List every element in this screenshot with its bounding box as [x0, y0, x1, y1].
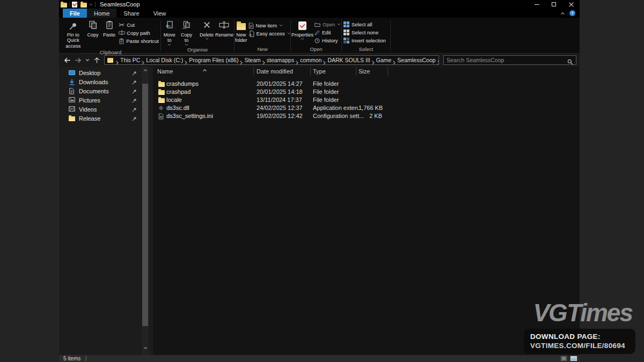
open-button[interactable]: Open [313, 21, 342, 28]
rename-button[interactable]: Rename [215, 19, 233, 38]
breadcrumb-seamlesscoop[interactable]: SeamlessCoop [396, 57, 436, 63]
copy-to-button[interactable]: Copy to [179, 19, 195, 46]
sidebar-item-downloads[interactable]: Downloads [59, 77, 153, 86]
pin-icon[interactable] [132, 98, 137, 102]
pin-icon[interactable] [132, 70, 137, 75]
ribbon-group-organise: Move to Copy to Delete Rename [162, 18, 233, 53]
button-label: New item [256, 23, 277, 28]
copy-icon [89, 20, 98, 31]
file-date: 20/01/2025 14:27 [257, 80, 303, 87]
help-icon[interactable]: ? [569, 10, 575, 16]
properties-button[interactable]: Properties [291, 19, 313, 40]
history-button[interactable]: History [313, 37, 342, 44]
new-folder-button[interactable]: New folder [235, 19, 247, 43]
copy-button[interactable]: Copy [85, 19, 101, 38]
sidebar-item-documents[interactable]: Documents [59, 86, 153, 95]
cut-button[interactable]: ✂ Cut [118, 21, 160, 28]
divider [160, 20, 161, 51]
divider [95, 2, 96, 7]
breadcrumb-program-files-x86[interactable]: Program Files (x86) [188, 57, 239, 63]
maximize-button[interactable] [545, 0, 562, 9]
pin-icon[interactable] [132, 88, 137, 93]
select-none-button[interactable]: Select none [342, 29, 387, 36]
button-label: History [322, 38, 338, 43]
button-label: Rename [215, 32, 233, 38]
back-button[interactable] [62, 55, 72, 65]
paste-button[interactable]: Paste [101, 19, 118, 38]
tab-file[interactable]: File [63, 9, 87, 18]
move-to-button[interactable]: Move to [162, 19, 178, 46]
paste-shortcut-button[interactable]: Paste shortcut [118, 38, 160, 45]
select-all-button[interactable]: Select all [342, 21, 387, 28]
chevron-down-icon [205, 38, 209, 40]
qat-new-folder-icon[interactable] [80, 3, 87, 8]
breadcrumb-separator-icon [295, 58, 299, 62]
search-box[interactable] [443, 55, 576, 65]
easy-access-button[interactable]: Easy access [247, 30, 292, 37]
up-button[interactable] [92, 55, 101, 65]
recent-locations-chevron-icon[interactable] [84, 55, 91, 65]
items-count: 5 items [63, 356, 80, 361]
column-divider[interactable] [310, 67, 311, 76]
thumbnail-view-button[interactable] [569, 356, 578, 362]
column-divider[interactable] [356, 67, 356, 76]
search-input[interactable] [447, 57, 567, 63]
group-label-open: Open [291, 46, 341, 53]
breadcrumb-game[interactable]: Game [375, 57, 393, 63]
chevron-down-icon [279, 24, 283, 27]
pin-icon[interactable] [132, 107, 137, 112]
pin-icon[interactable] [132, 116, 137, 121]
pin-icon[interactable] [132, 79, 137, 84]
breadcrumb-separator-icon [239, 58, 243, 62]
minimize-button[interactable] [528, 0, 545, 9]
address-bar[interactable]: This PC Local Disk (C:) Program Files (x… [104, 55, 439, 65]
minimize-ribbon-chevron-icon[interactable] [560, 12, 565, 15]
pin-to-quick-access-button[interactable]: Pin to Quick access [61, 19, 85, 49]
breadcrumb-steamapps[interactable]: steamapps [266, 57, 295, 63]
invert-selection-button[interactable]: Invert selection [342, 37, 387, 44]
file-row-locale[interactable]: locale 13/11/2024 17:37 File folder [153, 96, 580, 104]
sidebar-scrollbar-thumb[interactable] [142, 84, 148, 326]
tab-home[interactable]: Home [87, 9, 116, 18]
breadcrumb-dark-souls-iii[interactable]: DARK SOULS III [326, 57, 371, 63]
scrollbar-down-arrow-icon[interactable] [142, 344, 149, 352]
column-header-type[interactable]: Type [313, 68, 326, 75]
column-divider[interactable] [387, 67, 388, 76]
breadcrumb-steam[interactable]: Steam [243, 57, 261, 63]
forward-button[interactable] [73, 55, 83, 65]
delete-button[interactable]: Delete [199, 19, 214, 40]
column-header-date-modified[interactable]: Date modified [257, 68, 293, 75]
details-view-button[interactable] [559, 356, 568, 362]
breadcrumb-local-disk-c[interactable]: Local Disk (C:) [145, 57, 184, 63]
watermark-line2: VGTIMES.COM/FILE/80694 [530, 342, 629, 350]
new-item-button[interactable]: New item [247, 22, 292, 29]
divider [290, 20, 291, 51]
sidebar-item-pictures[interactable]: Pictures [59, 95, 153, 105]
copy-path-button[interactable]: Copy path [118, 29, 160, 36]
status-bar: 5 items [59, 355, 580, 362]
tab-view[interactable]: View [147, 9, 173, 18]
file-row-ds3sc-settings-ini[interactable]: ds3sc_settings.ini 19/02/2025 12:42 Conf… [153, 112, 580, 120]
scrollbar-up-arrow-icon[interactable] [142, 67, 149, 74]
file-row-crashdumps[interactable]: crashdumps 20/01/2025 14:27 File folder [153, 80, 580, 88]
column-header-name[interactable]: Name [157, 68, 173, 75]
column-divider[interactable] [253, 67, 254, 76]
qat-properties-icon[interactable] [72, 2, 77, 8]
file-row-crashpad[interactable]: crashpad 20/01/2025 14:18 File folder [153, 88, 580, 96]
tab-share[interactable]: Share [116, 9, 146, 18]
rename-icon [219, 21, 229, 30]
breadcrumb-this-pc[interactable]: This PC [119, 57, 141, 63]
delete-icon [203, 21, 211, 30]
breadcrumb-common[interactable]: common [299, 57, 323, 63]
column-header-size[interactable]: Size [358, 68, 370, 75]
edit-button[interactable]: Edit [313, 29, 342, 36]
close-button[interactable] [562, 0, 580, 9]
sidebar-item-videos[interactable]: Videos [59, 105, 153, 114]
file-row-ds3sc-dll[interactable]: ds3sc.dll 24/02/2025 12:37 Application e… [153, 104, 580, 112]
sidebar-item-release[interactable]: Release [59, 114, 153, 123]
sidebar-item-desktop[interactable]: Desktop [59, 68, 153, 77]
thumbnail-view-icon [570, 356, 577, 361]
ribbon-group-clipboard: Pin to Quick access Copy Paste ✂ Cut [61, 18, 160, 53]
qat-customize-chevron-icon[interactable] [89, 3, 93, 6]
button-label: Copy [87, 32, 99, 38]
